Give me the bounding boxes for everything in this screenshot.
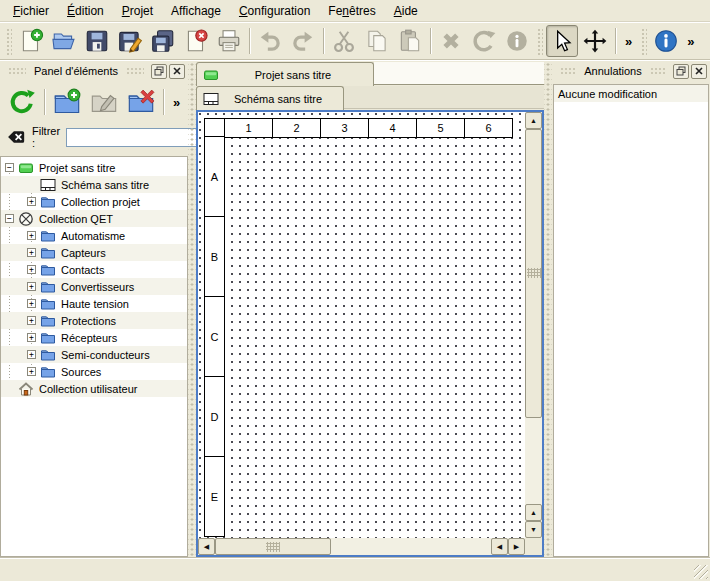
expand-expander-icon[interactable]: + xyxy=(27,299,36,308)
toolbar-separator xyxy=(430,28,431,54)
tree-item-sources[interactable]: +Sources xyxy=(1,363,187,380)
vertical-scrollbar[interactable]: ▲ ▲ ▼ xyxy=(525,112,542,538)
new-document-button[interactable] xyxy=(15,25,47,57)
menu-fenetres[interactable]: Fenêtres xyxy=(319,1,384,21)
expand-expander-icon[interactable]: + xyxy=(27,231,36,240)
menubar: FichierÉditionProjetAffichageConfigurati… xyxy=(0,0,710,22)
tree-item-schema-sans-titre[interactable]: +Schéma sans titre xyxy=(1,176,187,193)
float-panel-button[interactable] xyxy=(151,64,167,79)
scroll-right-button[interactable]: ▶ xyxy=(508,538,525,555)
statusbar xyxy=(0,557,710,581)
vertical-scrollbar-track[interactable] xyxy=(525,129,542,504)
expand-expander-icon[interactable]: + xyxy=(27,333,36,342)
paste-icon xyxy=(395,26,425,56)
copy-button xyxy=(361,25,393,57)
save-all-icon xyxy=(148,26,178,56)
home-icon xyxy=(18,381,34,397)
tree-item-projet-sans-titre[interactable]: −Projet sans titre xyxy=(1,159,187,176)
select-pointer-button[interactable] xyxy=(546,25,578,57)
folder-icon xyxy=(40,194,56,210)
menu-projet[interactable]: Projet xyxy=(113,1,162,21)
new-category-button[interactable] xyxy=(49,84,85,120)
horizontal-scrollbar-track[interactable] xyxy=(215,538,491,555)
horizontal-scrollbar[interactable]: ◀ ◀ ▶ xyxy=(198,538,525,555)
collapse-expander-icon[interactable]: − xyxy=(5,214,14,223)
menu-aide[interactable]: Aide xyxy=(385,1,427,21)
print-button[interactable] xyxy=(213,25,245,57)
tree-item-protections[interactable]: +Protections xyxy=(1,312,187,329)
move-button[interactable] xyxy=(579,25,611,57)
help-overflow-button[interactable]: » xyxy=(682,34,699,49)
tree-item-capteurs[interactable]: +Capteurs xyxy=(1,244,187,261)
save-all-button[interactable] xyxy=(147,25,179,57)
redo-button xyxy=(287,25,319,57)
panel-overflow-button[interactable]: » xyxy=(168,95,185,110)
scroll-left-button[interactable]: ◀ xyxy=(198,538,215,555)
close-panel-button[interactable] xyxy=(169,64,185,79)
elements-panel-dock: Panel d'éléments » Filtrer : −Projet san… xyxy=(0,62,188,557)
toolbar-drag-handle[interactable] xyxy=(5,27,12,55)
reload-button[interactable] xyxy=(4,84,40,120)
open-document-button[interactable] xyxy=(48,25,80,57)
menu-affichage[interactable]: Affichage xyxy=(162,1,230,21)
info-blue-button[interactable] xyxy=(650,25,682,57)
tab-project[interactable]: Projet sans titre xyxy=(196,62,374,86)
close-document-button[interactable] xyxy=(180,25,212,57)
print-icon xyxy=(214,26,244,56)
horizontal-scrollbar-thumb[interactable] xyxy=(215,538,331,555)
tree-item-collection-projet[interactable]: +Collection projet xyxy=(1,193,187,210)
clear-filter-icon[interactable] xyxy=(6,127,26,147)
edit-category-button xyxy=(86,84,122,120)
splitter-right[interactable] xyxy=(544,62,552,557)
expand-expander-icon[interactable]: + xyxy=(27,248,36,257)
column-label-5: 5 xyxy=(416,118,465,138)
tree-item-recepteurs[interactable]: +Récepteurs xyxy=(1,329,187,346)
close-undo-panel-button[interactable] xyxy=(691,64,707,79)
diagram-column-header: 123456 xyxy=(204,118,513,138)
tree-item-contacts[interactable]: +Contacts xyxy=(1,261,187,278)
folder-icon xyxy=(40,364,56,380)
menu-fichier[interactable]: Fichier xyxy=(4,1,58,21)
tree-item-automatisme[interactable]: +Automatisme xyxy=(1,227,187,244)
delete-category-button[interactable] xyxy=(123,84,159,120)
float-undo-panel-button[interactable] xyxy=(673,64,689,79)
delete-icon xyxy=(436,26,466,56)
folder-icon xyxy=(40,347,56,363)
tree-item-label: Collection projet xyxy=(61,196,140,208)
splitter-left[interactable] xyxy=(188,62,196,557)
scroll-down-button[interactable]: ▼ xyxy=(525,521,542,538)
menu-edition[interactable]: Édition xyxy=(58,1,113,21)
diagram-corner-cell xyxy=(204,118,225,138)
tree-item-convertisseurs[interactable]: +Convertisseurs xyxy=(1,278,187,295)
expand-expander-icon[interactable]: + xyxy=(27,367,36,376)
tree-item-collection-utilisateur[interactable]: +Collection utilisateur xyxy=(1,380,187,397)
reload-icon xyxy=(5,85,39,119)
expand-expander-icon[interactable]: + xyxy=(27,265,36,274)
save-as-button[interactable] xyxy=(114,25,146,57)
diagram-viewport[interactable]: 123456 ABCDE xyxy=(198,112,525,538)
toolbar-drag-handle[interactable] xyxy=(640,27,647,55)
tab-diagram[interactable]: Schéma sans titre xyxy=(196,86,344,110)
scroll-up-button-alt[interactable]: ▲ xyxy=(525,504,542,521)
vertical-scrollbar-thumb[interactable] xyxy=(525,129,542,418)
folder-icon xyxy=(40,279,56,295)
expand-expander-icon[interactable]: + xyxy=(27,197,36,206)
expand-expander-icon[interactable]: + xyxy=(27,282,36,291)
scroll-left-button-alt[interactable]: ◀ xyxy=(491,538,508,555)
tree-item-collection-qet[interactable]: −Collection QET xyxy=(1,210,187,227)
tree-item-haute-tension[interactable]: +Haute tension xyxy=(1,295,187,312)
resize-grip[interactable] xyxy=(694,565,708,579)
cut-button xyxy=(328,25,360,57)
tree-item-semi-conducteurs[interactable]: +Semi-conducteurs xyxy=(1,346,187,363)
info-icon xyxy=(502,26,532,56)
undo-item-aucune-modification[interactable]: Aucune modification xyxy=(554,85,708,102)
collapse-expander-icon[interactable]: − xyxy=(5,163,14,172)
expand-expander-icon[interactable]: + xyxy=(27,350,36,359)
scroll-up-button[interactable]: ▲ xyxy=(525,112,542,129)
toolbar-drag-handle[interactable] xyxy=(536,27,543,55)
float-icon xyxy=(154,66,164,76)
menu-configuration[interactable]: Configuration xyxy=(230,1,319,21)
save-button[interactable] xyxy=(81,25,113,57)
expand-expander-icon[interactable]: + xyxy=(27,316,36,325)
tools-overflow-button[interactable]: » xyxy=(620,34,637,49)
